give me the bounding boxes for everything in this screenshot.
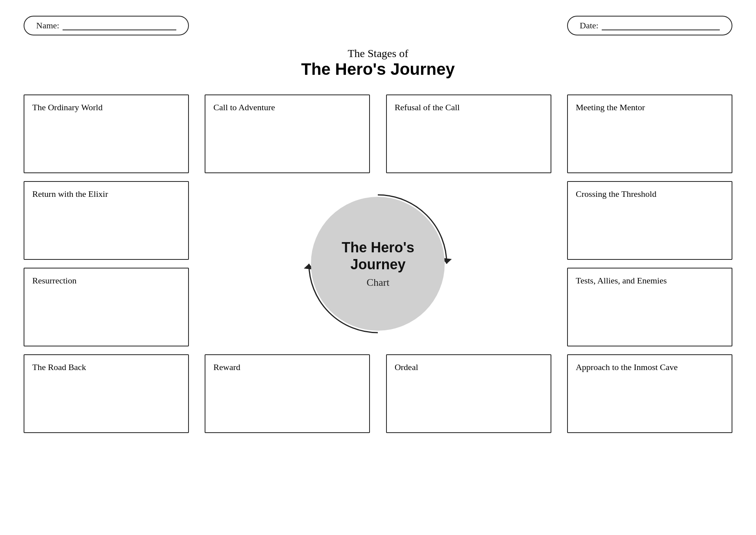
name-line xyxy=(63,21,176,30)
stage-tests: Tests, Allies, and Enemies xyxy=(567,268,732,346)
name-label: Name: xyxy=(36,20,59,31)
title-section: The Stages of The Hero's Journey xyxy=(24,47,732,79)
circle-inner: The Hero's Journey Chart xyxy=(311,197,445,331)
circle-subtitle: Chart xyxy=(367,277,390,289)
center-circle-container: The Hero's Journey Chart xyxy=(205,181,551,346)
stage-refusal: Refusal of the Call xyxy=(386,94,551,173)
stage-reward: Reward xyxy=(205,354,370,433)
stage-threshold: Crossing the Threshold xyxy=(567,181,732,260)
date-line xyxy=(602,21,720,30)
date-field: Date: xyxy=(567,16,732,35)
circle-outer: The Hero's Journey Chart xyxy=(303,189,453,339)
stage-inmost: Approach to the Inmost Cave xyxy=(567,354,732,433)
stage-ordinary: The Ordinary World xyxy=(24,94,189,173)
stage-ordeal: Ordeal xyxy=(386,354,551,433)
title-main: The Hero's Journey xyxy=(24,60,732,79)
stage-call: Call to Adventure xyxy=(205,94,370,173)
date-label: Date: xyxy=(580,20,599,31)
header-row: Name: Date: xyxy=(24,16,732,35)
stage-elixir: Return with the Elixir xyxy=(24,181,189,260)
stage-mentor: Meeting the Mentor xyxy=(567,94,732,173)
name-field: Name: xyxy=(24,16,189,35)
stage-roadback: The Road Back xyxy=(24,354,189,433)
stage-resurrection: Resurrection xyxy=(24,268,189,346)
title-top: The Stages of xyxy=(24,47,732,60)
circle-title-line1: The Hero's Journey xyxy=(342,239,414,273)
diagram: The Ordinary World Call to Adventure Ref… xyxy=(24,94,732,433)
